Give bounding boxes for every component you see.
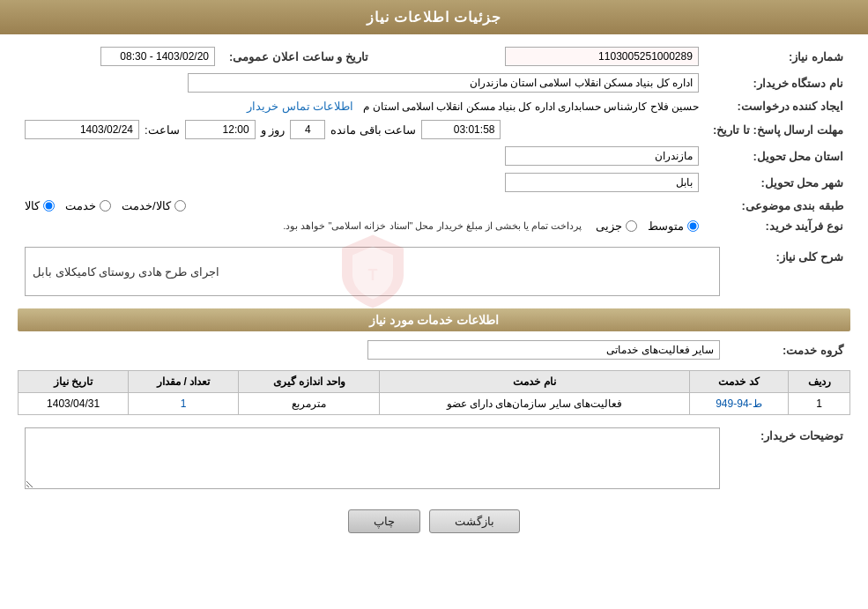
- time-input[interactable]: [185, 120, 256, 139]
- creator-name: حسین فلاح کارشناس حسابداری اداره کل بنیا…: [363, 100, 699, 113]
- col-header-count: تعداد / مقدار: [129, 371, 239, 393]
- category-khedmat-label[interactable]: خدمت: [65, 199, 111, 212]
- days-input[interactable]: [290, 120, 325, 139]
- row-deadline: مهلت ارسال پاسخ: تا تاریخ: ساعت باقی مان…: [18, 116, 850, 143]
- buyer-desc-textarea[interactable]: [25, 427, 720, 489]
- category-label: طبقه بندی موضوعی:: [706, 196, 850, 216]
- category-kala-label[interactable]: کالا: [25, 199, 55, 212]
- announcement-date-input[interactable]: [100, 47, 215, 66]
- services-table: ردیف کد خدمت نام خدمت واحد اندازه گیری ت…: [18, 370, 850, 415]
- city-input[interactable]: [505, 173, 699, 192]
- response-date-input[interactable]: [25, 120, 139, 139]
- announcement-date-value: [18, 43, 222, 70]
- col-header-code: کد خدمت: [689, 371, 789, 393]
- category-value: کالا خدمت کالا/خدمت: [18, 196, 706, 216]
- back-button[interactable]: بازگشت: [429, 509, 520, 533]
- description-table: شرح کلی نیاز: T اجرای طرح ه: [18, 243, 850, 300]
- main-content: شماره نیاز: تاریخ و ساعت اعلان عمومی: نا…: [0, 34, 868, 551]
- process-motawaset-radio[interactable]: [687, 220, 699, 232]
- province-value: [18, 143, 706, 169]
- service-group-label: گروه خدمت:: [727, 337, 850, 363]
- row-province: استان محل تحویل:: [18, 143, 850, 169]
- col-header-row: ردیف: [789, 371, 850, 393]
- process-label: نوع فرآیند خرید:: [706, 216, 850, 236]
- description-text: اجرای طرح هادی روستای کامیکلای بابل: [33, 265, 219, 279]
- creator-value: حسین فلاح کارشناس حسابداری اداره کل بنیا…: [18, 96, 706, 116]
- buyer-org-label: نام دستگاه خریدار:: [706, 70, 850, 96]
- page-wrapper: جزئیات اطلاعات نیاز شماره نیاز: تاریخ و …: [0, 0, 868, 609]
- process-jozii-text: جزیی: [596, 219, 622, 233]
- row-request-number: شماره نیاز: تاریخ و ساعت اعلان عمومی:: [18, 43, 850, 70]
- services-section-title: اطلاعات خدمات مورد نیاز: [18, 308, 850, 331]
- row-description: شرح کلی نیاز: T اجرای طرح ه: [18, 243, 850, 300]
- category-kala-khedmat-radio[interactable]: [174, 200, 186, 212]
- buyer-org-input[interactable]: [188, 73, 699, 93]
- description-value-cell: T اجرای طرح هادی روستای کامیکلای بابل: [18, 243, 727, 300]
- col-header-unit: واحد اندازه گیری: [239, 371, 380, 393]
- cell-row: 1: [789, 393, 850, 415]
- print-button[interactable]: چاپ: [348, 509, 420, 533]
- service-group-value: [18, 337, 727, 363]
- row-creator: ایجاد کننده درخواست: حسین فلاح کارشناس ح…: [18, 96, 850, 116]
- row-service-group: گروه خدمت:: [18, 337, 850, 363]
- process-jozii-radio[interactable]: [626, 220, 637, 232]
- service-group-input[interactable]: [367, 340, 720, 360]
- buyer-desc-label: توضیحات خریدار:: [727, 424, 850, 495]
- announcement-label: تاریخ و ساعت اعلان عمومی:: [222, 43, 375, 70]
- col-header-name: نام خدمت: [380, 371, 689, 393]
- category-khedmat-radio[interactable]: [100, 200, 111, 212]
- row-category: طبقه بندی موضوعی: کالا خدمت: [18, 196, 850, 216]
- cell-unit: مترمربع: [239, 393, 380, 415]
- category-kala-radio[interactable]: [43, 200, 55, 212]
- process-note: پرداخت تمام یا بخشی از مبلغ خریدار محل "…: [283, 220, 582, 232]
- row-process: نوع فرآیند خرید: جزیی متوسط: [18, 216, 850, 236]
- info-table: شماره نیاز: تاریخ و ساعت اعلان عمومی: نا…: [18, 43, 850, 236]
- services-table-header-row: ردیف کد خدمت نام خدمت واحد اندازه گیری ت…: [19, 371, 850, 393]
- creator-label: ایجاد کننده درخواست:: [706, 96, 850, 116]
- header-title: جزئیات اطلاعات نیاز: [367, 10, 502, 25]
- category-kala-text: کالا: [25, 199, 40, 212]
- deadline-value: ساعت باقی مانده روز و ساعت:: [18, 116, 706, 143]
- deadline-label: مهلت ارسال پاسخ: تا تاریخ:: [706, 116, 850, 143]
- row-buyer-org: نام دستگاه خریدار:: [18, 70, 850, 96]
- buyer-org-value: [18, 70, 706, 96]
- watermark-shield: T: [338, 231, 408, 313]
- description-label: شرح کلی نیاز:: [727, 243, 850, 300]
- process-jozii-label[interactable]: جزیی: [596, 219, 637, 233]
- countdown-input[interactable]: [421, 120, 501, 139]
- service-group-table: گروه خدمت:: [18, 337, 850, 363]
- process-motawaset-text: متوسط: [648, 219, 684, 233]
- city-label: شهر محل تحویل:: [706, 169, 850, 196]
- category-kala-khedmat-label[interactable]: کالا/خدمت: [122, 199, 186, 212]
- cell-name: فعالیت‌های سایر سازمان‌های دارای عضو: [380, 393, 689, 415]
- province-input[interactable]: [505, 146, 699, 166]
- category-khedmat-text: خدمت: [65, 199, 96, 212]
- page-header: جزئیات اطلاعات نیاز: [0, 0, 868, 34]
- row-buyer-desc: توضیحات خریدار:: [18, 424, 850, 495]
- cell-count: 1: [129, 393, 239, 415]
- request-number-label: شماره نیاز:: [706, 43, 850, 70]
- request-number-input[interactable]: [505, 47, 699, 66]
- shield-svg: T: [338, 231, 408, 310]
- row-city: شهر محل تحویل:: [18, 169, 850, 196]
- btn-row: بازگشت چاپ: [18, 509, 850, 533]
- cell-code: ط-94-949: [689, 393, 789, 415]
- svg-text:T: T: [367, 266, 377, 284]
- buyer-desc-table: توضیحات خریدار:: [18, 424, 850, 495]
- request-number-value: [375, 43, 706, 70]
- time-label: ساعت:: [145, 123, 180, 137]
- process-motawaset-label[interactable]: متوسط: [648, 219, 699, 233]
- process-value: جزیی متوسط پرداخت تمام یا بخشی از مبلغ خ…: [18, 216, 706, 236]
- countdown-label: ساعت باقی مانده: [330, 123, 416, 137]
- col-header-date: تاریخ نیاز: [19, 371, 129, 393]
- creator-contact-link[interactable]: اطلاعات تماس خریدار: [247, 100, 353, 113]
- city-value: [18, 169, 706, 196]
- category-kala-khedmat-text: کالا/خدمت: [122, 199, 171, 212]
- province-label: استان محل تحویل:: [706, 143, 850, 169]
- days-label: روز و: [261, 123, 286, 137]
- cell-date: 1403/04/31: [19, 393, 129, 415]
- buyer-desc-value-cell: [18, 424, 727, 495]
- table-row: 1 ط-94-949 فعالیت‌های سایر سازمان‌های دا…: [19, 393, 850, 415]
